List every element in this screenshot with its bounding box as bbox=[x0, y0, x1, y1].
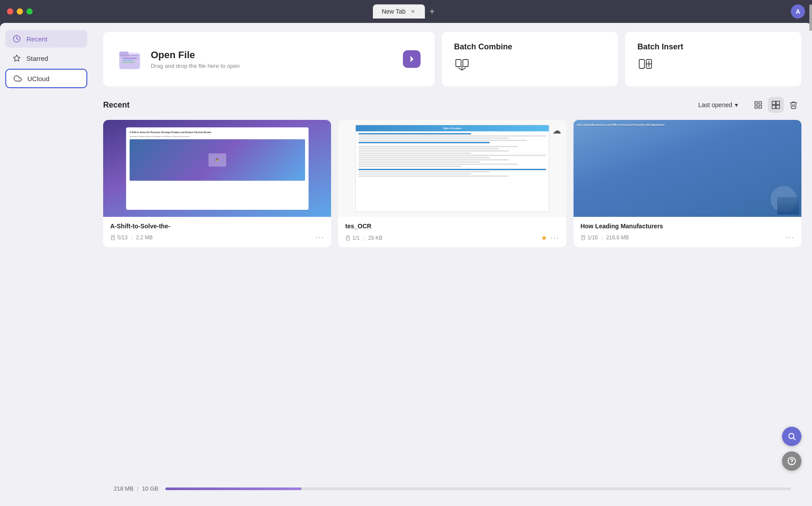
open-file-title: Open File bbox=[151, 49, 394, 61]
file-meta-medical: A-Shift-to-Solve-the- 5/13 | bbox=[103, 217, 331, 247]
file-info-medical: 5/13 | 2,2 MB ··· bbox=[110, 234, 324, 242]
avatar[interactable]: A bbox=[791, 4, 805, 19]
file-star-ocr[interactable]: ★ bbox=[541, 234, 547, 242]
traffic-lights bbox=[7, 8, 33, 15]
sidebar-item-recent[interactable]: Recent bbox=[5, 30, 87, 48]
search-float-button[interactable] bbox=[782, 427, 801, 446]
grid-view-button[interactable] bbox=[750, 97, 766, 113]
open-file-button[interactable] bbox=[403, 50, 421, 68]
sidebar-item-starred[interactable]: Starred bbox=[5, 49, 87, 67]
svg-rect-6 bbox=[123, 60, 133, 60]
sort-arrow-icon: ▾ bbox=[735, 101, 738, 108]
svg-rect-7 bbox=[123, 62, 135, 63]
batch-insert-card[interactable]: Batch Insert bbox=[625, 32, 801, 86]
file-size-medical: 2,2 MB bbox=[136, 234, 312, 241]
open-file-subtitle: Drag and drop the file here to open bbox=[151, 63, 394, 69]
svg-rect-18 bbox=[759, 106, 762, 108]
scrollbar-track[interactable] bbox=[808, 23, 812, 506]
svg-line-33 bbox=[793, 438, 795, 440]
file-more-manufacturing[interactable]: ··· bbox=[786, 234, 794, 242]
svg-rect-15 bbox=[755, 102, 758, 104]
tab-bar: New Tab ✕ + bbox=[373, 4, 439, 19]
new-tab-button[interactable]: + bbox=[425, 4, 439, 19]
file-card-ocr[interactable]: ☁ Table of Contents bbox=[338, 120, 566, 247]
file-meta-manufacturing: How Leading Manufacturers 1/16 | bbox=[574, 217, 801, 247]
file-thumb-medical: A Shift to Solve the Physician Shortage … bbox=[103, 120, 331, 217]
file-pages-manufacturing: 1/16 bbox=[581, 234, 598, 241]
view-buttons bbox=[750, 97, 801, 113]
file-info-manufacturing: 1/16 | 216,6 MB ··· bbox=[581, 234, 794, 242]
file-more-ocr[interactable]: ··· bbox=[551, 234, 559, 242]
svg-rect-16 bbox=[759, 102, 762, 104]
file-thumb-manufacturing: ☁ How Leading Manufacturers and SMEs Can… bbox=[574, 120, 801, 217]
storage-progress-fill bbox=[165, 487, 302, 490]
storage-bar: 218 MB | 10 GB bbox=[103, 480, 801, 497]
scrollbar-thumb[interactable] bbox=[809, 23, 812, 31]
sidebar-ucloud-label: UCloud bbox=[27, 75, 49, 82]
files-grid: A Shift to Solve the Physician Shortage … bbox=[103, 120, 801, 247]
help-float-button[interactable] bbox=[782, 451, 801, 471]
sort-button[interactable]: Last opened ▾ bbox=[693, 99, 743, 111]
file-name-ocr: tes_OCR bbox=[345, 222, 559, 230]
floating-buttons bbox=[782, 427, 801, 471]
titlebar: New Tab ✕ + A bbox=[0, 0, 812, 23]
maximize-button[interactable] bbox=[26, 8, 33, 15]
file-name-manufacturing: How Leading Manufacturers bbox=[581, 222, 794, 230]
recent-header: Recent Last opened ▾ bbox=[103, 97, 801, 113]
batch-combine-title: Batch Combine bbox=[454, 42, 606, 52]
sidebar-recent-label: Recent bbox=[26, 35, 48, 43]
file-card-manufacturing[interactable]: ☁ How Leading Manufacturers and SMEs Can… bbox=[574, 120, 801, 247]
sidebar-item-ucloud[interactable]: UCloud bbox=[5, 69, 87, 88]
large-grid-view-button[interactable] bbox=[768, 97, 784, 113]
recent-section: Recent Last opened ▾ bbox=[103, 97, 801, 469]
delete-button[interactable] bbox=[786, 97, 801, 113]
tab-title: New Tab bbox=[382, 8, 406, 15]
file-info-ocr: 1/1 | 29 KB ★ ··· bbox=[345, 234, 559, 242]
svg-rect-5 bbox=[123, 58, 137, 59]
sidebar: Recent Starred UCloud bbox=[0, 23, 93, 506]
svg-rect-9 bbox=[463, 60, 468, 67]
minimize-button[interactable] bbox=[17, 8, 23, 15]
batch-insert-icon bbox=[637, 57, 789, 76]
svg-rect-22 bbox=[776, 105, 780, 109]
file-card-medical[interactable]: A Shift to Solve the Physician Shortage … bbox=[103, 120, 331, 247]
svg-rect-17 bbox=[755, 106, 758, 108]
batch-insert-title: Batch Insert bbox=[637, 42, 789, 52]
batch-combine-icon bbox=[454, 57, 606, 76]
svg-rect-21 bbox=[772, 105, 776, 109]
open-file-card[interactable]: Open File Drag and drop the file here to… bbox=[103, 32, 435, 86]
file-thumb-ocr: ☁ Table of Contents bbox=[338, 120, 566, 217]
file-pages-medical: 5/13 bbox=[110, 234, 127, 241]
file-pages-text-manufacturing: 1/16 bbox=[588, 234, 598, 241]
file-pages-text-medical: 5/13 bbox=[117, 234, 127, 241]
action-cards: Open File Drag and drop the file here to… bbox=[103, 32, 801, 86]
clock-icon bbox=[12, 34, 21, 43]
sort-label: Last opened bbox=[698, 101, 732, 108]
file-meta-ocr: tes_OCR 1/1 | 29 KB bbox=[338, 217, 566, 247]
file-name-medical: A-Shift-to-Solve-the- bbox=[110, 222, 324, 230]
app-body: Recent Starred UCloud bbox=[0, 23, 812, 506]
svg-rect-8 bbox=[456, 60, 461, 67]
storage-used: 218 MB | 10 GB bbox=[114, 485, 158, 492]
recent-title: Recent bbox=[103, 100, 686, 110]
file-pages-text-ocr: 1/1 bbox=[352, 235, 360, 241]
file-more-medical[interactable]: ··· bbox=[316, 234, 324, 242]
svg-marker-1 bbox=[14, 55, 20, 61]
file-size-ocr: 29 KB bbox=[368, 235, 537, 241]
main-content: Open File Drag and drop the file here to… bbox=[93, 23, 812, 506]
folder-icon bbox=[117, 45, 142, 73]
tab-new-tab[interactable]: New Tab ✕ bbox=[373, 4, 425, 19]
svg-rect-19 bbox=[772, 101, 776, 105]
storage-progress-bar bbox=[165, 487, 791, 490]
open-file-text: Open File Drag and drop the file here to… bbox=[151, 49, 394, 69]
batch-combine-card[interactable]: Batch Combine bbox=[442, 32, 618, 86]
close-button[interactable] bbox=[7, 8, 13, 15]
cloud-badge-ocr: ☁ bbox=[552, 125, 561, 136]
tab-close-button[interactable]: ✕ bbox=[409, 8, 416, 15]
cloud-icon bbox=[13, 74, 22, 83]
sidebar-starred-label: Starred bbox=[26, 55, 48, 62]
svg-rect-3 bbox=[119, 52, 129, 57]
svg-rect-20 bbox=[776, 101, 780, 105]
svg-rect-11 bbox=[639, 60, 644, 68]
svg-rect-4 bbox=[120, 55, 139, 56]
